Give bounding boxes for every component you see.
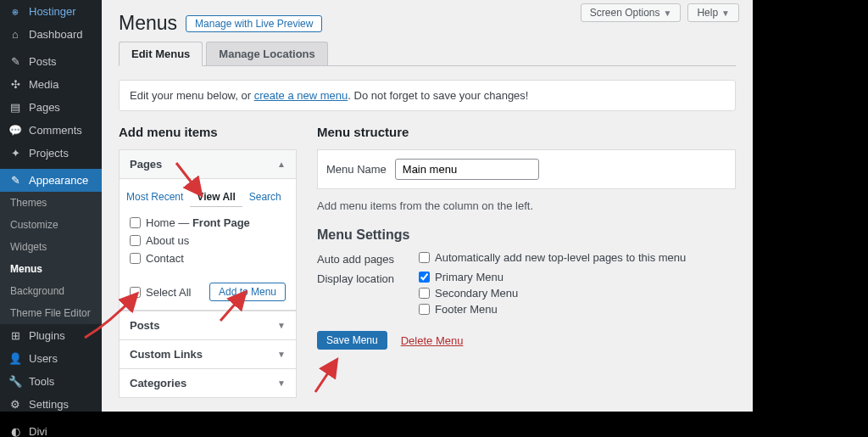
page-title: Menus <box>119 12 177 35</box>
admin-sidebar: ⎈Hostinger⌂Dashboard✎Posts✣Media▤Pages💬C… <box>0 0 102 412</box>
sidebar-item-label: Comments <box>29 124 82 137</box>
sidebar-item-comments[interactable]: 💬Comments <box>0 119 102 142</box>
sidebar-item-appearance[interactable]: ✎Appearance <box>0 169 102 192</box>
pages-icon: ▤ <box>8 101 22 114</box>
acc-pages: Pages▲ Most Recent View All Search Home … <box>119 149 297 311</box>
sidebar-sub-background[interactable]: Background <box>0 280 102 302</box>
sidebar-sub-themes[interactable]: Themes <box>0 192 102 214</box>
sidebar-item-plugins[interactable]: ⊞Plugins <box>0 324 102 347</box>
live-preview-button[interactable]: Manage with Live Preview <box>186 15 322 32</box>
acc-categories-header[interactable]: Categories▼ <box>120 369 296 397</box>
add-to-menu-button[interactable]: Add to Menu <box>209 283 286 301</box>
page-about[interactable]: About us <box>130 232 286 249</box>
page-contact[interactable]: Contact <box>130 249 286 267</box>
hostinger-icon: ⎈ <box>8 5 22 18</box>
loc-secondary-checkbox[interactable] <box>419 288 430 299</box>
menu-settings-heading: Menu Settings <box>317 227 736 243</box>
select-all-checkbox[interactable] <box>130 287 141 298</box>
sidebar-item-label: Appearance <box>29 174 88 187</box>
sidebar-item-hostinger[interactable]: ⎈Hostinger <box>0 0 102 23</box>
sidebar-item-label: Dashboard <box>29 28 83 41</box>
acc-custom-links: Custom Links▼ <box>119 340 297 369</box>
tools-icon: 🔧 <box>8 375 22 388</box>
chevron-up-icon: ▲ <box>277 160 286 169</box>
media-icon: ✣ <box>8 78 22 91</box>
chevron-down-icon: ▼ <box>277 321 286 330</box>
appearance-icon: ✎ <box>8 174 22 187</box>
divi-icon: ◐ <box>8 425 22 437</box>
sidebar-item-users[interactable]: 👤Users <box>0 347 102 370</box>
settings-icon: ⚙ <box>8 398 22 411</box>
page-home[interactable]: Home — Front Page <box>130 214 286 232</box>
delete-menu-link[interactable]: Delete Menu <box>401 334 464 347</box>
sidebar-item-label: Users <box>29 352 58 365</box>
acc-categories: Categories▼ <box>119 369 297 398</box>
sidebar-item-pages[interactable]: ▤Pages <box>0 96 102 119</box>
menu-structure-heading: Menu structure <box>317 125 736 139</box>
auto-add-option[interactable]: Automatically add new top-level pages to… <box>419 251 686 264</box>
help-button[interactable]: Help ▼ <box>687 3 739 22</box>
sidebar-item-label: Settings <box>29 398 69 411</box>
acc-posts: Posts▼ <box>119 311 297 340</box>
projects-icon: ✦ <box>8 147 22 160</box>
sidebar-item-label: Tools <box>29 375 54 388</box>
save-menu-button[interactable]: Save Menu <box>317 331 387 350</box>
loc-footer-checkbox[interactable] <box>419 304 430 315</box>
pages-tab-recent[interactable]: Most Recent <box>120 188 190 207</box>
screen-options-button[interactable]: Screen Options ▼ <box>581 3 682 22</box>
sidebar-item-divi[interactable]: ◐Divi <box>0 420 102 437</box>
sidebar-item-label: Plugins <box>29 329 65 342</box>
select-all-row[interactable]: Select All <box>130 283 191 301</box>
tab-manage-locations[interactable]: Manage Locations <box>206 42 327 65</box>
add-menu-items-heading: Add menu items <box>119 125 297 139</box>
users-icon: 👤 <box>8 352 22 365</box>
sidebar-item-label: Posts <box>29 55 57 68</box>
loc-secondary[interactable]: Secondary Menu <box>419 287 518 300</box>
loc-footer[interactable]: Footer Menu <box>419 303 518 316</box>
sidebar-item-label: Pages <box>29 101 60 114</box>
sidebar-item-posts[interactable]: ✎Posts <box>0 50 102 73</box>
loc-primary-checkbox[interactable] <box>419 272 430 283</box>
chevron-down-icon: ▼ <box>277 350 286 359</box>
page-contact-checkbox[interactable] <box>130 253 141 264</box>
menu-name-input[interactable] <box>395 159 539 180</box>
sidebar-sub-menus[interactable]: Menus <box>0 258 102 280</box>
menu-name-label: Menu Name <box>326 163 387 176</box>
display-location-label: Display location <box>317 271 402 285</box>
sidebar-item-label: Divi <box>29 425 47 437</box>
pages-tab-search[interactable]: Search <box>242 188 288 207</box>
sidebar-item-label: Hostinger <box>29 5 76 18</box>
sidebar-sub-customize[interactable]: Customize <box>0 214 102 236</box>
comments-icon: 💬 <box>8 124 22 137</box>
chevron-down-icon: ▼ <box>277 378 286 388</box>
posts-icon: ✎ <box>8 55 22 68</box>
structure-description: Add menu items from the column on the le… <box>317 199 736 212</box>
acc-posts-header[interactable]: Posts▼ <box>120 311 296 339</box>
content-area: Screen Options ▼ Help ▼ Menus Manage wit… <box>102 0 753 412</box>
tab-edit-menus[interactable]: Edit Menus <box>119 42 203 66</box>
sidebar-item-settings[interactable]: ⚙Settings <box>0 393 102 416</box>
sidebar-item-projects[interactable]: ✦Projects <box>0 142 102 165</box>
info-notice: Edit your menu below, or create a new me… <box>119 80 736 111</box>
dashboard-icon: ⌂ <box>8 28 22 41</box>
sidebar-item-media[interactable]: ✣Media <box>0 73 102 96</box>
create-new-menu-link[interactable]: create a new menu <box>254 89 348 102</box>
sidebar-sub-theme-file-editor[interactable]: Theme File Editor <box>0 302 102 324</box>
page-home-checkbox[interactable] <box>130 217 141 228</box>
auto-add-checkbox[interactable] <box>419 252 430 263</box>
acc-custom-links-header[interactable]: Custom Links▼ <box>120 340 296 368</box>
plugins-icon: ⊞ <box>8 329 22 342</box>
pages-tab-viewall[interactable]: View All <box>190 188 242 207</box>
sidebar-sub-widgets[interactable]: Widgets <box>0 236 102 258</box>
loc-primary[interactable]: Primary Menu <box>419 271 518 283</box>
sidebar-item-label: Projects <box>29 147 69 160</box>
sidebar-item-label: Media <box>29 78 58 91</box>
auto-add-label: Auto add pages <box>317 251 402 266</box>
sidebar-item-tools[interactable]: 🔧Tools <box>0 370 102 393</box>
page-about-checkbox[interactable] <box>130 235 141 246</box>
acc-pages-header[interactable]: Pages▲ <box>120 150 296 179</box>
sidebar-item-dashboard[interactable]: ⌂Dashboard <box>0 23 102 46</box>
